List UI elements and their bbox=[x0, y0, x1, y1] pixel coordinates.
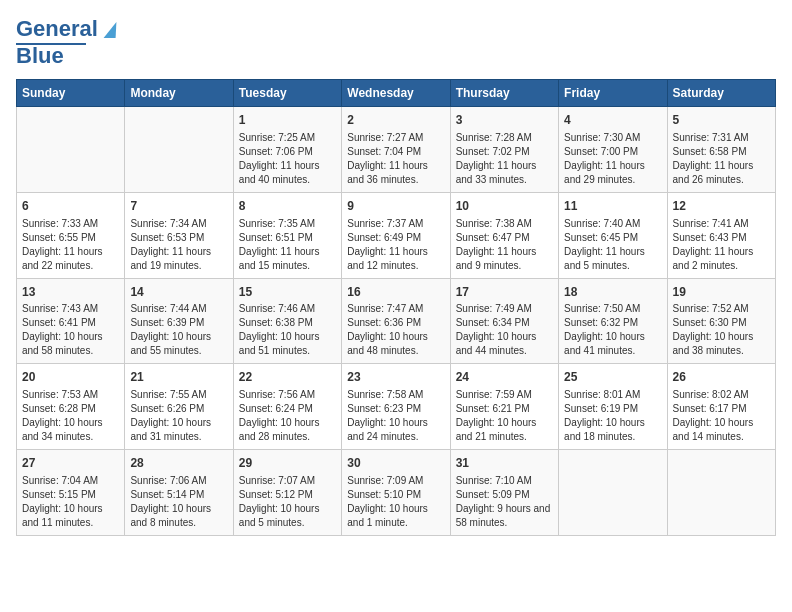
day-detail: Sunrise: 7:34 AMSunset: 6:53 PMDaylight:… bbox=[130, 217, 227, 273]
calendar-cell: 13Sunrise: 7:43 AMSunset: 6:41 PMDayligh… bbox=[17, 278, 125, 364]
day-detail: Sunrise: 7:52 AMSunset: 6:30 PMDaylight:… bbox=[673, 302, 770, 358]
day-number: 17 bbox=[456, 284, 553, 301]
day-number: 16 bbox=[347, 284, 444, 301]
day-of-week-header: Thursday bbox=[450, 80, 558, 107]
day-detail: Sunrise: 7:40 AMSunset: 6:45 PMDaylight:… bbox=[564, 217, 661, 273]
calendar-cell: 21Sunrise: 7:55 AMSunset: 6:26 PMDayligh… bbox=[125, 364, 233, 450]
day-detail: Sunrise: 7:55 AMSunset: 6:26 PMDaylight:… bbox=[130, 388, 227, 444]
calendar-cell: 18Sunrise: 7:50 AMSunset: 6:32 PMDayligh… bbox=[559, 278, 667, 364]
day-number: 9 bbox=[347, 198, 444, 215]
day-number: 11 bbox=[564, 198, 661, 215]
calendar-cell: 30Sunrise: 7:09 AMSunset: 5:10 PMDayligh… bbox=[342, 450, 450, 536]
day-number: 25 bbox=[564, 369, 661, 386]
calendar-week-row: 20Sunrise: 7:53 AMSunset: 6:28 PMDayligh… bbox=[17, 364, 776, 450]
day-of-week-header: Wednesday bbox=[342, 80, 450, 107]
day-detail: Sunrise: 7:07 AMSunset: 5:12 PMDaylight:… bbox=[239, 474, 336, 530]
calendar-cell: 12Sunrise: 7:41 AMSunset: 6:43 PMDayligh… bbox=[667, 192, 775, 278]
calendar-cell bbox=[559, 450, 667, 536]
calendar-cell: 3Sunrise: 7:28 AMSunset: 7:02 PMDaylight… bbox=[450, 107, 558, 193]
day-detail: Sunrise: 7:38 AMSunset: 6:47 PMDaylight:… bbox=[456, 217, 553, 273]
day-detail: Sunrise: 7:04 AMSunset: 5:15 PMDaylight:… bbox=[22, 474, 119, 530]
calendar-cell: 2Sunrise: 7:27 AMSunset: 7:04 PMDaylight… bbox=[342, 107, 450, 193]
day-detail: Sunrise: 7:06 AMSunset: 5:14 PMDaylight:… bbox=[130, 474, 227, 530]
calendar-cell: 27Sunrise: 7:04 AMSunset: 5:15 PMDayligh… bbox=[17, 450, 125, 536]
day-number: 24 bbox=[456, 369, 553, 386]
day-detail: Sunrise: 7:59 AMSunset: 6:21 PMDaylight:… bbox=[456, 388, 553, 444]
day-detail: Sunrise: 7:35 AMSunset: 6:51 PMDaylight:… bbox=[239, 217, 336, 273]
calendar-week-row: 27Sunrise: 7:04 AMSunset: 5:15 PMDayligh… bbox=[17, 450, 776, 536]
calendar-cell: 6Sunrise: 7:33 AMSunset: 6:55 PMDaylight… bbox=[17, 192, 125, 278]
day-number: 22 bbox=[239, 369, 336, 386]
day-of-week-header: Monday bbox=[125, 80, 233, 107]
day-number: 3 bbox=[456, 112, 553, 129]
calendar-cell: 5Sunrise: 7:31 AMSunset: 6:58 PMDaylight… bbox=[667, 107, 775, 193]
day-detail: Sunrise: 7:31 AMSunset: 6:58 PMDaylight:… bbox=[673, 131, 770, 187]
day-detail: Sunrise: 7:28 AMSunset: 7:02 PMDaylight:… bbox=[456, 131, 553, 187]
day-detail: Sunrise: 7:09 AMSunset: 5:10 PMDaylight:… bbox=[347, 474, 444, 530]
calendar-cell bbox=[17, 107, 125, 193]
calendar-table: SundayMondayTuesdayWednesdayThursdayFrid… bbox=[16, 79, 776, 536]
day-detail: Sunrise: 7:47 AMSunset: 6:36 PMDaylight:… bbox=[347, 302, 444, 358]
calendar-cell: 1Sunrise: 7:25 AMSunset: 7:06 PMDaylight… bbox=[233, 107, 341, 193]
calendar-week-row: 6Sunrise: 7:33 AMSunset: 6:55 PMDaylight… bbox=[17, 192, 776, 278]
day-detail: Sunrise: 7:25 AMSunset: 7:06 PMDaylight:… bbox=[239, 131, 336, 187]
day-detail: Sunrise: 7:46 AMSunset: 6:38 PMDaylight:… bbox=[239, 302, 336, 358]
day-detail: Sunrise: 7:30 AMSunset: 7:00 PMDaylight:… bbox=[564, 131, 661, 187]
calendar-cell: 22Sunrise: 7:56 AMSunset: 6:24 PMDayligh… bbox=[233, 364, 341, 450]
day-number: 6 bbox=[22, 198, 119, 215]
day-detail: Sunrise: 8:02 AMSunset: 6:17 PMDaylight:… bbox=[673, 388, 770, 444]
calendar-week-row: 1Sunrise: 7:25 AMSunset: 7:06 PMDaylight… bbox=[17, 107, 776, 193]
day-detail: Sunrise: 7:49 AMSunset: 6:34 PMDaylight:… bbox=[456, 302, 553, 358]
logo-blue-text: Blue bbox=[16, 43, 64, 69]
day-number: 13 bbox=[22, 284, 119, 301]
day-number: 18 bbox=[564, 284, 661, 301]
day-number: 14 bbox=[130, 284, 227, 301]
day-detail: Sunrise: 7:50 AMSunset: 6:32 PMDaylight:… bbox=[564, 302, 661, 358]
calendar-cell: 28Sunrise: 7:06 AMSunset: 5:14 PMDayligh… bbox=[125, 450, 233, 536]
calendar-cell: 15Sunrise: 7:46 AMSunset: 6:38 PMDayligh… bbox=[233, 278, 341, 364]
logo: General Blue bbox=[16, 16, 117, 69]
day-number: 8 bbox=[239, 198, 336, 215]
calendar-cell: 16Sunrise: 7:47 AMSunset: 6:36 PMDayligh… bbox=[342, 278, 450, 364]
day-detail: Sunrise: 7:56 AMSunset: 6:24 PMDaylight:… bbox=[239, 388, 336, 444]
day-detail: Sunrise: 8:01 AMSunset: 6:19 PMDaylight:… bbox=[564, 388, 661, 444]
day-number: 15 bbox=[239, 284, 336, 301]
day-number: 5 bbox=[673, 112, 770, 129]
day-detail: Sunrise: 7:43 AMSunset: 6:41 PMDaylight:… bbox=[22, 302, 119, 358]
calendar-cell: 4Sunrise: 7:30 AMSunset: 7:00 PMDaylight… bbox=[559, 107, 667, 193]
calendar-cell: 24Sunrise: 7:59 AMSunset: 6:21 PMDayligh… bbox=[450, 364, 558, 450]
calendar-cell: 9Sunrise: 7:37 AMSunset: 6:49 PMDaylight… bbox=[342, 192, 450, 278]
calendar-cell: 20Sunrise: 7:53 AMSunset: 6:28 PMDayligh… bbox=[17, 364, 125, 450]
day-detail: Sunrise: 7:10 AMSunset: 5:09 PMDaylight:… bbox=[456, 474, 553, 530]
day-detail: Sunrise: 7:58 AMSunset: 6:23 PMDaylight:… bbox=[347, 388, 444, 444]
calendar-cell: 14Sunrise: 7:44 AMSunset: 6:39 PMDayligh… bbox=[125, 278, 233, 364]
calendar-cell: 7Sunrise: 7:34 AMSunset: 6:53 PMDaylight… bbox=[125, 192, 233, 278]
day-detail: Sunrise: 7:33 AMSunset: 6:55 PMDaylight:… bbox=[22, 217, 119, 273]
day-number: 23 bbox=[347, 369, 444, 386]
calendar-cell: 31Sunrise: 7:10 AMSunset: 5:09 PMDayligh… bbox=[450, 450, 558, 536]
calendar-cell: 19Sunrise: 7:52 AMSunset: 6:30 PMDayligh… bbox=[667, 278, 775, 364]
day-number: 26 bbox=[673, 369, 770, 386]
day-detail: Sunrise: 7:44 AMSunset: 6:39 PMDaylight:… bbox=[130, 302, 227, 358]
day-number: 19 bbox=[673, 284, 770, 301]
calendar-cell: 11Sunrise: 7:40 AMSunset: 6:45 PMDayligh… bbox=[559, 192, 667, 278]
calendar-cell: 23Sunrise: 7:58 AMSunset: 6:23 PMDayligh… bbox=[342, 364, 450, 450]
calendar-cell: 29Sunrise: 7:07 AMSunset: 5:12 PMDayligh… bbox=[233, 450, 341, 536]
day-of-week-header: Sunday bbox=[17, 80, 125, 107]
calendar-cell bbox=[667, 450, 775, 536]
calendar-cell: 17Sunrise: 7:49 AMSunset: 6:34 PMDayligh… bbox=[450, 278, 558, 364]
day-number: 28 bbox=[130, 455, 227, 472]
calendar-header-row: SundayMondayTuesdayWednesdayThursdayFrid… bbox=[17, 80, 776, 107]
day-detail: Sunrise: 7:53 AMSunset: 6:28 PMDaylight:… bbox=[22, 388, 119, 444]
calendar-cell bbox=[125, 107, 233, 193]
day-number: 21 bbox=[130, 369, 227, 386]
day-of-week-header: Tuesday bbox=[233, 80, 341, 107]
calendar-cell: 10Sunrise: 7:38 AMSunset: 6:47 PMDayligh… bbox=[450, 192, 558, 278]
day-number: 2 bbox=[347, 112, 444, 129]
day-of-week-header: Saturday bbox=[667, 80, 775, 107]
day-number: 10 bbox=[456, 198, 553, 215]
calendar-cell: 8Sunrise: 7:35 AMSunset: 6:51 PMDaylight… bbox=[233, 192, 341, 278]
calendar-cell: 26Sunrise: 8:02 AMSunset: 6:17 PMDayligh… bbox=[667, 364, 775, 450]
day-number: 7 bbox=[130, 198, 227, 215]
logo-text: General bbox=[16, 16, 117, 42]
